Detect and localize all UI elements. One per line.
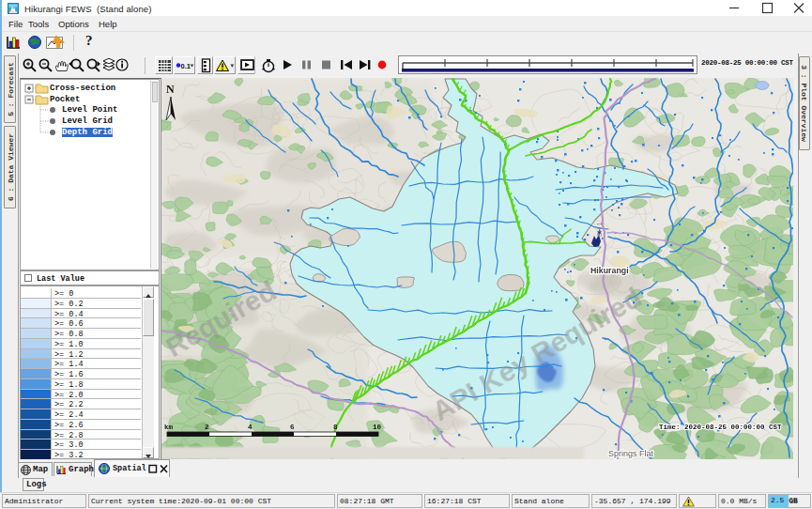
svg-text:Hikurangi: Hikurangi	[590, 266, 629, 275]
svg-text:N: N	[166, 83, 175, 96]
svg-text:Time: 2020-08-25 00:00:00 CST: Time: 2020-08-25 00:00:00 CST	[659, 424, 782, 431]
svg-text:2: 2	[205, 424, 209, 431]
svg-text:Springs Flat: Springs Flat	[608, 449, 654, 458]
svg-text:km: km	[164, 424, 174, 431]
svg-text:4: 4	[248, 424, 253, 431]
svg-text:0.1: 0.1	[181, 62, 191, 70]
svg-text:10: 10	[373, 424, 382, 431]
svg-text:8: 8	[333, 424, 338, 431]
svg-text:SH 1: SH 1	[596, 222, 603, 237]
svg-text:6: 6	[290, 424, 295, 431]
